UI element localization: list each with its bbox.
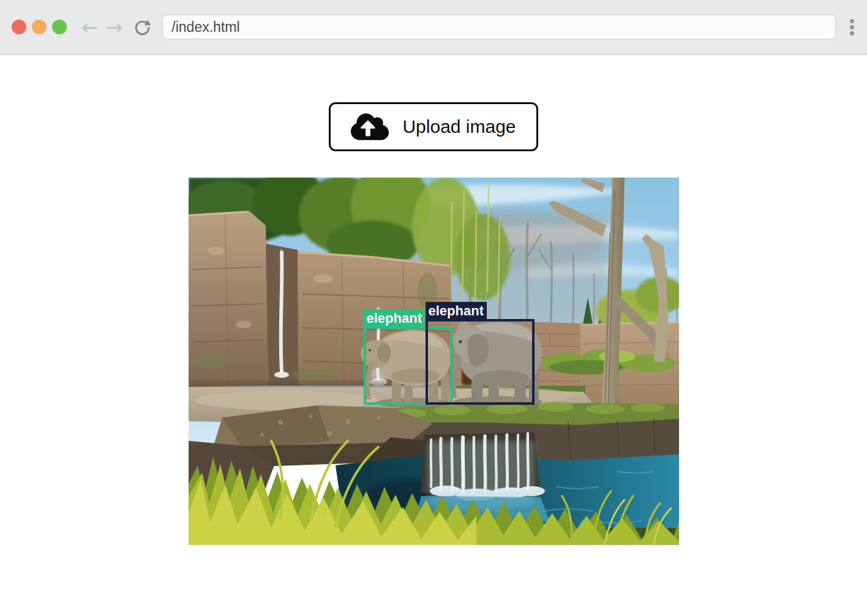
detection-layer: elephantelephant [189, 178, 679, 545]
detection-box: elephant [426, 319, 535, 405]
upload-image-button[interactable]: Upload image [329, 102, 538, 151]
url-bar [162, 14, 836, 40]
browser-chrome: ← → [0, 0, 867, 55]
browser-menu-button[interactable] [847, 16, 857, 39]
reload-icon [133, 18, 151, 36]
reload-button[interactable] [132, 17, 152, 37]
forward-arrow-icon[interactable]: → [106, 17, 123, 37]
page-content: Upload image [0, 55, 867, 545]
window-controls [12, 20, 67, 34]
detection-label: elephant [364, 309, 425, 326]
minimize-window-button[interactable] [32, 20, 47, 34]
cloud-upload-icon [351, 111, 389, 142]
close-window-button[interactable] [12, 20, 26, 34]
url-input[interactable] [171, 19, 827, 36]
upload-button-label: Upload image [402, 116, 516, 137]
kebab-dot [850, 25, 854, 29]
kebab-dot [850, 31, 854, 36]
maximize-window-button[interactable] [52, 20, 67, 34]
uploaded-photo: elephantelephant [189, 178, 679, 545]
kebab-dot [850, 19, 854, 23]
back-arrow-icon[interactable]: ← [81, 17, 99, 37]
detection-label: elephant [426, 302, 487, 319]
